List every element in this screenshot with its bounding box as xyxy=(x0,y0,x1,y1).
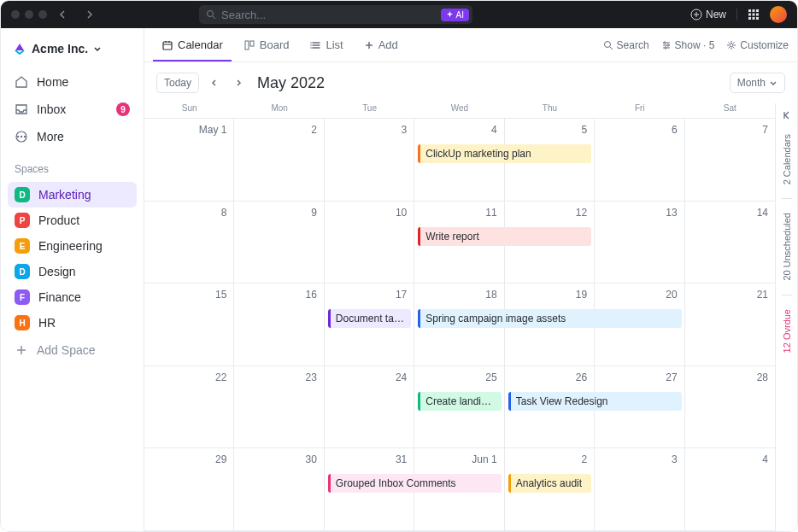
space-chip: D xyxy=(15,187,30,202)
svg-rect-17 xyxy=(250,41,254,46)
search-view-button[interactable]: Search xyxy=(603,39,649,51)
svg-rect-10 xyxy=(756,17,759,20)
svg-rect-8 xyxy=(748,17,751,20)
svg-point-11 xyxy=(17,136,19,137)
space-chip: P xyxy=(15,213,30,228)
tab-board[interactable]: Board xyxy=(235,28,298,61)
list-icon xyxy=(309,39,321,51)
rail-overdue[interactable]: 12 Ovrdue xyxy=(782,304,792,358)
main: Calendar Board List Add Searc xyxy=(144,28,797,531)
svg-point-22 xyxy=(730,44,733,47)
today-button[interactable]: Today xyxy=(156,73,199,93)
plus-icon xyxy=(364,40,374,50)
ai-badge[interactable]: AI xyxy=(441,9,469,21)
svg-rect-4 xyxy=(756,9,759,12)
calendar-event[interactable]: Document target users xyxy=(328,309,411,328)
space-item-design[interactable]: DDesign xyxy=(8,259,137,284)
week-row: 891011121314Write report xyxy=(144,202,775,284)
calendar-event[interactable]: Create landing page xyxy=(418,392,501,411)
space-chip: H xyxy=(15,315,30,330)
svg-rect-6 xyxy=(753,14,755,16)
svg-rect-7 xyxy=(756,14,759,16)
dow-cell: Sun xyxy=(144,103,234,113)
space-chip: F xyxy=(15,289,30,305)
calendar-event[interactable]: Analytics audit xyxy=(508,474,591,493)
space-item-marketing[interactable]: DMarketing xyxy=(8,182,137,208)
global-search[interactable]: Search... AI xyxy=(199,5,472,24)
sidebar-item-label: Inbox xyxy=(37,102,66,116)
sidebar: Acme Inc. Home Inbox 9 More Spaces DMark… xyxy=(1,28,144,531)
sidebar-item-home[interactable]: Home xyxy=(8,69,137,95)
tab-calendar[interactable]: Calendar xyxy=(153,28,232,61)
view-mode-select[interactable]: Month xyxy=(730,73,785,93)
space-label: Design xyxy=(38,265,76,278)
svg-point-18 xyxy=(604,41,610,47)
calendar-event[interactable]: Spring campaign image assets xyxy=(418,309,681,328)
tab-list[interactable]: List xyxy=(301,28,351,61)
svg-rect-9 xyxy=(753,17,755,20)
space-item-hr[interactable]: HHR xyxy=(8,310,137,336)
svg-point-12 xyxy=(21,136,22,137)
customize-button[interactable]: Customize xyxy=(726,39,789,51)
right-rail: 2 Calendars 20 Unscheduled 12 Ovrdue xyxy=(775,103,797,531)
space-label: Product xyxy=(38,213,79,227)
gear-icon xyxy=(726,40,736,50)
sidebar-item-more[interactable]: More xyxy=(8,124,137,149)
calendar-event[interactable]: Grouped Inbox Comments xyxy=(328,474,502,493)
space-label: Finance xyxy=(38,290,81,304)
plus-icon xyxy=(15,343,28,357)
calendar-icon xyxy=(161,39,173,51)
add-space-button[interactable]: Add Space xyxy=(8,337,137,363)
svg-rect-16 xyxy=(245,41,249,50)
space-label: Marketing xyxy=(38,188,91,202)
week-row: 15161718192021Document target usersSprin… xyxy=(144,284,775,366)
next-month-button[interactable] xyxy=(230,74,247,91)
svg-point-20 xyxy=(666,44,668,45)
sparkle-icon xyxy=(446,11,454,19)
space-item-product[interactable]: PProduct xyxy=(8,208,137,233)
nav-forward-button[interactable] xyxy=(79,6,98,23)
svg-rect-15 xyxy=(163,42,172,50)
chevron-down-icon xyxy=(769,79,777,87)
rail-unscheduled[interactable]: 20 Unscheduled xyxy=(782,208,792,286)
search-icon xyxy=(206,9,216,20)
svg-point-21 xyxy=(664,46,666,48)
apps-icon[interactable] xyxy=(748,9,760,20)
tab-add-view[interactable]: Add xyxy=(355,28,407,61)
sidebar-item-inbox[interactable]: Inbox 9 xyxy=(8,96,137,122)
window-controls[interactable] xyxy=(11,10,47,19)
spaces-label: Spaces xyxy=(8,151,137,180)
svg-rect-5 xyxy=(748,14,751,16)
workspace-switcher[interactable]: Acme Inc. xyxy=(8,38,137,59)
collapse-rail-button[interactable] xyxy=(782,110,792,120)
search-placeholder: Search... xyxy=(221,9,266,21)
workspace-logo-icon xyxy=(13,42,26,56)
sidebar-item-label: Home xyxy=(37,75,68,89)
space-item-finance[interactable]: FFinance xyxy=(8,284,137,310)
plus-circle-icon xyxy=(690,9,702,20)
space-chip: D xyxy=(15,264,30,279)
calendar-event[interactable]: ClickUp marketing plan xyxy=(418,144,591,163)
calendar-event[interactable]: Task View Redesign xyxy=(508,392,682,411)
calendar-toolbar: Today May 2022 Month xyxy=(144,62,797,103)
space-chip: E xyxy=(15,238,30,254)
new-button[interactable]: New xyxy=(690,9,726,20)
prev-month-button[interactable] xyxy=(206,74,223,91)
nav-back-button[interactable] xyxy=(54,6,73,23)
svg-point-19 xyxy=(663,41,665,43)
collapse-icon xyxy=(782,110,792,120)
space-label: Engineering xyxy=(38,239,103,253)
svg-point-0 xyxy=(208,11,214,17)
svg-rect-3 xyxy=(753,9,755,12)
dow-cell: Mon xyxy=(234,103,324,113)
day-of-week-header: SunMonTueWedThuFriSat xyxy=(144,103,775,118)
space-item-engineering[interactable]: EEngineering xyxy=(8,233,137,259)
calendar-event[interactable]: Write report xyxy=(418,227,591,246)
board-icon xyxy=(244,39,255,51)
dow-cell: Sat xyxy=(685,103,775,113)
rail-calendars[interactable]: 2 Calendars xyxy=(782,129,792,190)
show-button[interactable]: Show · 5 xyxy=(661,39,715,51)
week-row: 22232425262728Create landing pageTask Vi… xyxy=(144,366,775,449)
dow-cell: Wed xyxy=(414,103,504,113)
avatar[interactable] xyxy=(770,6,787,23)
